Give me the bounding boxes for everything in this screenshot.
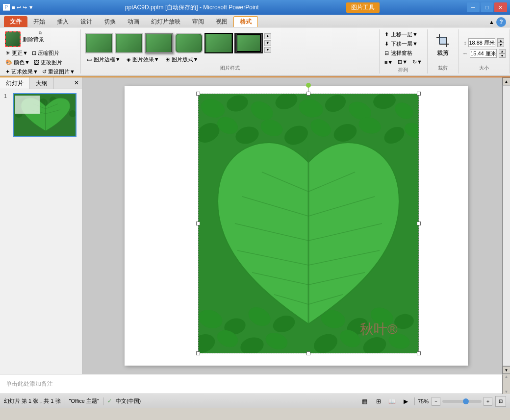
height-icon: ↕: [464, 40, 467, 46]
style-4[interactable]: [175, 33, 203, 53]
tab-start[interactable]: 开始: [27, 16, 51, 27]
handle-top-center[interactable]: [306, 92, 310, 96]
zoom-thumb[interactable]: [463, 398, 469, 404]
width-input[interactable]: 15.44 厘米: [470, 49, 497, 58]
height-row: ↕ 18.88 厘米 ▲ ▼: [464, 38, 505, 47]
notes-scroll-down[interactable]: ▼: [505, 390, 509, 394]
width-icon: ↔: [462, 50, 468, 56]
tab-outline[interactable]: 大纲: [30, 77, 54, 89]
select-pane-button[interactable]: ⊟ 选择窗格: [382, 49, 424, 57]
change-btn[interactable]: 🖼 更改图片: [32, 58, 64, 67]
align-button[interactable]: ≡▼: [382, 58, 395, 66]
notes-scroll-up[interactable]: ▲: [505, 374, 509, 379]
adjust-row3: ✦ 艺术效果▼ ↺ 重设图片▼: [4, 68, 76, 76]
style-scroll[interactable]: ▲ ▼ ▾: [264, 33, 271, 53]
style-scroll-all[interactable]: ▾: [264, 47, 271, 53]
handle-top-left[interactable]: [196, 92, 200, 96]
selected-image[interactable]: 秋叶®: [198, 94, 419, 353]
picture-border-button[interactable]: ▭ 图片边框▼: [85, 55, 123, 64]
tab-slideshow[interactable]: 幻灯片放映: [145, 16, 186, 27]
tab-view[interactable]: 视图: [210, 16, 233, 27]
color-icon: 🎨: [5, 59, 12, 66]
tab-slides[interactable]: 幻灯片: [0, 77, 30, 89]
maximize-button[interactable]: □: [481, 2, 493, 12]
style-1[interactable]: [85, 33, 113, 53]
panel-tabs: 幻灯片 大纲 ✕: [0, 77, 82, 89]
svg-rect-18: [15, 96, 40, 114]
width-row: ↔ 15.44 厘米 ▲ ▼: [462, 49, 506, 58]
style-6-selected[interactable]: [234, 33, 263, 53]
style-3[interactable]: [145, 33, 173, 53]
adjust-expand-icon[interactable]: ⧉: [39, 30, 42, 36]
width-up[interactable]: ▲: [499, 49, 506, 53]
style-2[interactable]: [115, 33, 143, 53]
main-area: 幻灯片 大纲 ✕ 1: [0, 77, 510, 374]
reset-button[interactable]: ↺ 重设图片▼: [41, 68, 76, 76]
handle-middle-right[interactable]: [417, 222, 421, 225]
normal-view-button[interactable]: ▦: [359, 396, 370, 407]
group-icon: ⊞▼: [398, 59, 408, 65]
height-down[interactable]: ▼: [497, 43, 504, 47]
handle-middle-left[interactable]: [196, 222, 200, 225]
ribbon-collapse-btn[interactable]: ▲: [489, 19, 494, 25]
style-5[interactable]: [204, 33, 233, 53]
compress-button[interactable]: ⊡ 压缩图片: [30, 49, 61, 57]
picture-format-button[interactable]: ⊞ 图片版式▼: [163, 55, 201, 64]
color-button[interactable]: 🎨 颜色▼: [4, 58, 31, 67]
zoom-slider[interactable]: [442, 400, 482, 403]
slide-item-1[interactable]: 1: [4, 93, 78, 137]
scroll-up-arrow[interactable]: ▲: [503, 77, 510, 85]
close-button[interactable]: ✕: [494, 2, 507, 12]
tab-switch[interactable]: 切换: [98, 16, 122, 27]
help-button[interactable]: ?: [496, 17, 506, 27]
reading-view-button[interactable]: 📖: [387, 396, 398, 407]
handle-bottom-center[interactable]: [306, 351, 310, 355]
up-one-button[interactable]: ⬆ 上移一层▼: [382, 30, 424, 39]
scroll-down-arrow[interactable]: ▼: [503, 366, 510, 374]
fit-window-button[interactable]: ⊡: [495, 396, 506, 407]
zoom-out-button[interactable]: －: [432, 397, 440, 406]
rotate-handle[interactable]: [306, 83, 311, 88]
tab-animation[interactable]: 动画: [122, 16, 145, 27]
rotate-button[interactable]: ↻▼: [410, 58, 424, 66]
zoom-in-button[interactable]: ＋: [484, 397, 492, 406]
arrange-group-content: ⬆ 上移一层▼ ⬇ 下移一层▼ ⊟ 选择窗格 ≡▼ ⊞▼ ↻▼: [382, 30, 424, 66]
sep-2: [103, 397, 103, 405]
slide-thumb-box-1[interactable]: [13, 93, 76, 137]
height-input[interactable]: 18.88 厘米: [468, 38, 495, 47]
artistic-button[interactable]: ✦ 艺术效果▼: [4, 68, 40, 76]
down-one-button[interactable]: ⬇ 下移一层▼: [382, 40, 424, 48]
window-controls[interactable]: ─ □ ✕: [467, 2, 507, 12]
notes-scrollbar[interactable]: ▲ ▼: [502, 374, 510, 394]
slideshow-button[interactable]: ▶: [401, 396, 411, 407]
minimize-button[interactable]: ─: [467, 2, 480, 12]
picture-effect-button[interactable]: ◈ 图片效果▼: [125, 55, 161, 64]
height-spinner[interactable]: ▲ ▼: [497, 38, 504, 47]
correct-button[interactable]: ☀ 更正▼: [4, 49, 29, 57]
width-down[interactable]: ▼: [499, 53, 506, 58]
scroll-track[interactable]: [503, 85, 510, 366]
tab-insert[interactable]: 插入: [51, 16, 75, 27]
tab-file[interactable]: 文件: [4, 16, 27, 27]
notes-area[interactable]: 单击此处添加备注 ▲ ▼: [0, 374, 510, 394]
size-content: ↕ 18.88 厘米 ▲ ▼ ↔ 15.44 厘米 ▲ ▼: [462, 31, 506, 65]
zoom-percent: 75%: [418, 398, 429, 404]
handle-top-right[interactable]: [417, 92, 421, 96]
watermark-text: 秋叶®: [360, 321, 398, 337]
ribbon-tab-bar: 文件 开始 插入 设计 切换 动画 幻灯片放映 审阅 视图 格式 ▲ ?: [0, 15, 510, 27]
width-spinner[interactable]: ▲ ▼: [499, 49, 506, 58]
handle-bottom-left[interactable]: [196, 351, 200, 355]
crop-button[interactable]: 裁剪: [434, 31, 452, 59]
title-bar: 🅿 ■ ↩ ↪ ▼ pptAC9D.pptm [自动保存的] - Microso…: [0, 0, 510, 15]
style-scroll-up[interactable]: ▲: [264, 33, 271, 39]
left-panel: 幻灯片 大纲 ✕ 1: [0, 77, 82, 374]
group-button[interactable]: ⊞▼: [396, 58, 409, 66]
height-up[interactable]: ▲: [497, 38, 504, 43]
tab-design[interactable]: 设计: [75, 16, 98, 27]
slide-sorter-button[interactable]: ⊞: [373, 396, 384, 407]
panel-close-button[interactable]: ✕: [71, 77, 82, 89]
style-scroll-down[interactable]: ▼: [264, 40, 271, 46]
tab-review[interactable]: 审阅: [186, 16, 210, 27]
tab-format[interactable]: 格式: [233, 16, 258, 27]
handle-bottom-right[interactable]: [417, 351, 421, 355]
